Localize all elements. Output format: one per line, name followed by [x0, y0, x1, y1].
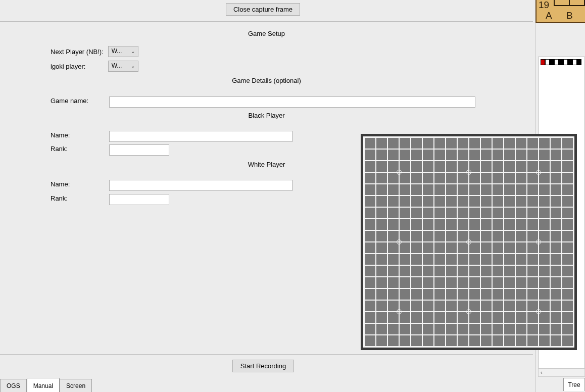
igoki-player-value: W...: [112, 62, 122, 69]
igoki-player-dropdown[interactable]: W... ⌄: [108, 61, 138, 72]
tab-screen[interactable]: Screen: [60, 379, 92, 392]
label-igoki-player: igoki player:: [51, 63, 106, 70]
game-setup-pane: Close capture frame Game Setup Next Play…: [0, 0, 533, 392]
go-board-wood-fragment: 19 A B C: [535, 0, 585, 23]
game-name-input[interactable]: [109, 96, 475, 108]
white-rank-input[interactable]: [109, 194, 169, 205]
hoshi-point: [536, 309, 541, 314]
hoshi-point: [466, 239, 471, 244]
hoshi-point: [397, 309, 402, 314]
board-column-letters: A B C: [546, 10, 585, 23]
go-board-preview: [361, 134, 577, 350]
label-next-player: Next Player (NB!):: [51, 48, 106, 56]
white-name-input[interactable]: [109, 180, 292, 191]
chevron-down-icon: ⌄: [131, 48, 135, 54]
chevron-down-icon: ⌄: [131, 63, 135, 69]
label-white-name: Name:: [51, 180, 108, 188]
hoshi-point: [466, 170, 471, 175]
row-next-player: Next Player (NB!): W... ⌄: [51, 46, 505, 59]
scroll-left-icon: ‹: [541, 369, 543, 375]
divider: [0, 21, 533, 22]
close-capture-button[interactable]: Close capture frame: [226, 3, 300, 16]
next-player-dropdown[interactable]: W... ⌄: [108, 46, 138, 57]
tab-ogs[interactable]: OGS: [0, 379, 27, 392]
black-rank-input[interactable]: [109, 144, 169, 156]
ruler-ticks: [541, 59, 583, 65]
start-recording-button[interactable]: Start Recording: [232, 360, 294, 372]
section-title-game-details: Game Details (optional): [0, 77, 533, 84]
label-white-rank: Rank:: [51, 194, 108, 202]
go-board-grid: [363, 136, 574, 348]
board-row-number: 19: [539, 0, 549, 11]
section-title-black-player: Black Player: [0, 112, 533, 119]
label-game-name: Game name:: [51, 97, 108, 105]
row-igoki-player: igoki player: W... ⌄: [51, 61, 505, 74]
hoshi-point: [397, 170, 402, 175]
row-game-name: Game name:: [51, 96, 505, 110]
top-toolbar: Close capture frame: [0, 0, 533, 22]
hoshi-point: [536, 239, 541, 244]
black-name-input[interactable]: [109, 131, 292, 142]
label-black-name: Name:: [51, 131, 108, 139]
bottom-tabs: OGS Manual Screen: [0, 378, 533, 392]
horizontal-scrollbar[interactable]: ‹: [538, 368, 585, 377]
hoshi-point: [466, 309, 471, 314]
label-black-rank: Rank:: [51, 145, 108, 153]
hoshi-point: [397, 239, 402, 244]
tab-manual[interactable]: Manual: [27, 378, 60, 392]
divider: [0, 354, 533, 355]
tab-tree[interactable]: Tree: [563, 378, 585, 391]
section-title-game-setup: Game Setup: [0, 30, 533, 37]
hoshi-point: [536, 170, 541, 175]
next-player-value: W...: [112, 47, 122, 55]
